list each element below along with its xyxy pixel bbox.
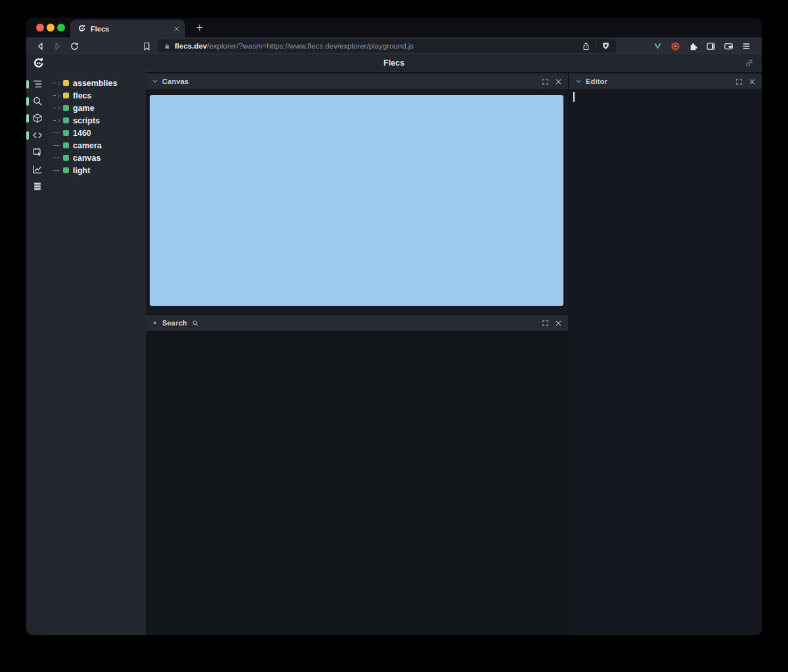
- leaf-dash-icon[interactable]: [53, 158, 62, 158]
- expand-chevron-icon[interactable]: [53, 93, 62, 98]
- entity-color-swatch: [63, 130, 69, 136]
- fullscreen-icon[interactable]: [542, 320, 549, 327]
- split-view-icon[interactable]: [704, 39, 717, 52]
- lock-icon: [164, 43, 171, 50]
- share-icon[interactable]: [582, 42, 590, 51]
- entity-color-swatch: [63, 105, 69, 111]
- entity-color-swatch: [63, 155, 69, 161]
- browser-tab[interactable]: Flecs: [70, 20, 185, 37]
- entity-color-swatch: [63, 117, 69, 123]
- entity-tree-panel: assembliesflecsgamescripts1460cameracanv…: [48, 72, 146, 635]
- expand-chevron-icon[interactable]: [53, 118, 62, 123]
- active-indicator: [26, 97, 29, 106]
- tab-close-icon[interactable]: [173, 26, 180, 32]
- new-tab-button[interactable]: [192, 20, 208, 35]
- render-canvas[interactable]: [150, 95, 563, 306]
- browser-window: Flecs flecs.dev/explorer/?wasm=https://w…: [26, 18, 762, 635]
- sidebar-item-search[interactable]: [26, 93, 48, 110]
- link-icon[interactable]: [745, 58, 754, 68]
- canvas-panel-buttons: [542, 78, 562, 85]
- entity-color-swatch: [63, 80, 69, 86]
- tab-title: Flecs: [91, 25, 169, 33]
- tree-item-label: light: [73, 166, 90, 175]
- extension-icons: [651, 39, 753, 52]
- tree-item-game[interactable]: game: [48, 102, 146, 114]
- url-bar[interactable]: flecs.dev/explorer/?wasm=https://www.fle…: [158, 39, 616, 52]
- flecs-favicon-icon: [77, 24, 86, 33]
- empty-area: [146, 331, 568, 635]
- tree-item-label: scripts: [73, 116, 100, 125]
- workspace: assembliesflecsgamescripts1460cameracanv…: [26, 72, 762, 635]
- tab-strip: Flecs: [26, 18, 762, 37]
- activity-bar: [26, 72, 48, 635]
- collapsed-dot-icon[interactable]: [154, 322, 156, 324]
- close-icon[interactable]: [555, 78, 562, 85]
- chevron-down-icon[interactable]: [152, 78, 158, 85]
- forward-button: [50, 39, 64, 52]
- tree-item-canvas[interactable]: canvas: [48, 152, 146, 164]
- expand-chevron-icon[interactable]: [53, 81, 62, 86]
- active-indicator: [26, 131, 29, 140]
- search-panel-buttons: [542, 320, 562, 327]
- canvas-panel-title: Canvas: [162, 77, 188, 85]
- tree-item-assemblies[interactable]: assemblies: [48, 77, 146, 89]
- url-path: /explorer/?wasm=https://www.flecs.dev/ex…: [207, 42, 414, 50]
- canvas-panel-body: [146, 89, 568, 314]
- canvas-panel-header[interactable]: Canvas: [146, 74, 568, 89]
- vue-icon[interactable]: [651, 39, 664, 52]
- tree-item-1460[interactable]: 1460: [48, 127, 146, 139]
- inspect-icon: [32, 147, 43, 158]
- fullscreen-icon[interactable]: [735, 78, 743, 85]
- tree-item-flecs[interactable]: flecs: [48, 89, 146, 102]
- tree-item-camera[interactable]: camera: [48, 139, 146, 152]
- browser-toolbar: flecs.dev/explorer/?wasm=https://www.fle…: [26, 37, 762, 54]
- reload-button[interactable]: [67, 39, 81, 52]
- flecs-logo-icon: [32, 57, 45, 70]
- search-icon: [192, 320, 199, 327]
- sidebar-item-stats[interactable]: [26, 161, 48, 178]
- leaf-dash-icon[interactable]: [53, 133, 62, 133]
- stats-icon: [32, 164, 43, 175]
- code-icon: [32, 130, 43, 140]
- page-title: Flecs: [383, 58, 405, 68]
- tree-item-label: game: [73, 104, 95, 113]
- tree-item-light[interactable]: light: [48, 164, 146, 177]
- active-indicator: [26, 80, 29, 89]
- url-text: flecs.dev/explorer/?wasm=https://www.fle…: [175, 42, 414, 50]
- sidebar-item-data[interactable]: [26, 178, 48, 195]
- tree-icon: [32, 79, 43, 89]
- fullscreen-icon[interactable]: [542, 78, 549, 85]
- expand-chevron-icon[interactable]: [53, 106, 62, 111]
- minimize-window-button[interactable]: [47, 24, 55, 32]
- back-button[interactable]: [33, 39, 47, 52]
- puzzle-icon[interactable]: [686, 39, 699, 52]
- chevron-down-icon[interactable]: [575, 78, 582, 85]
- leaf-dash-icon[interactable]: [53, 170, 62, 171]
- shield-icon[interactable]: [602, 41, 610, 51]
- close-icon[interactable]: [555, 320, 562, 327]
- record-icon[interactable]: [668, 39, 682, 52]
- entity-color-swatch: [63, 142, 69, 148]
- close-window-button[interactable]: [36, 24, 44, 32]
- sidebar-item-code[interactable]: [26, 127, 48, 144]
- sidebar-item-entities[interactable]: [26, 110, 48, 127]
- entity-color-swatch: [63, 93, 69, 98]
- bookmark-icon[interactable]: [139, 39, 154, 52]
- tree-item-label: 1460: [73, 129, 91, 138]
- leaf-dash-icon[interactable]: [53, 145, 62, 146]
- tree-item-label: canvas: [73, 154, 100, 163]
- tree-item-label: assemblies: [73, 79, 117, 88]
- app-header: Flecs: [26, 54, 762, 72]
- editor-input[interactable]: [569, 89, 762, 635]
- search-panel-header[interactable]: Search: [146, 315, 568, 331]
- menu-icon[interactable]: [739, 39, 753, 52]
- close-icon[interactable]: [749, 78, 756, 85]
- editor-panel-header[interactable]: Editor: [569, 74, 762, 89]
- zoom-window-button[interactable]: [57, 24, 65, 32]
- sidebar-item-tree[interactable]: [26, 75, 48, 93]
- nav-buttons: [33, 39, 84, 52]
- tree-item-scripts[interactable]: scripts: [48, 114, 146, 127]
- active-indicator: [26, 114, 29, 123]
- wallet-icon[interactable]: [722, 39, 735, 52]
- sidebar-item-inspect[interactable]: [26, 144, 48, 161]
